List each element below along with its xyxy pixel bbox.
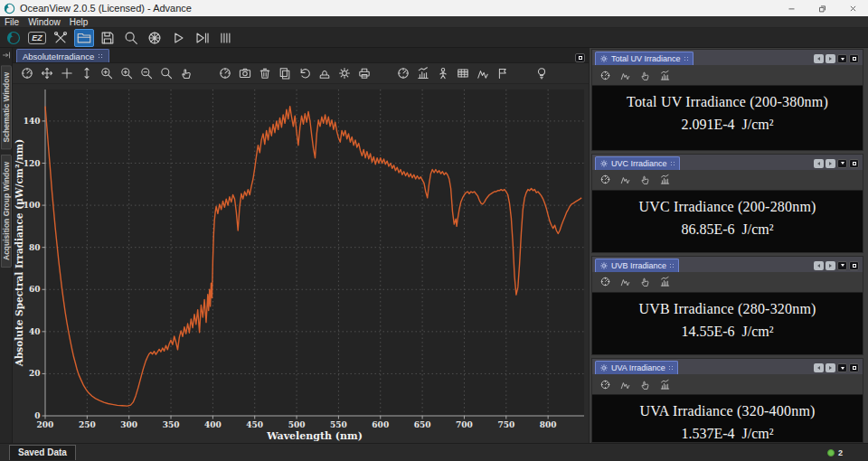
result-value: 1.537E-4J/cm²: [681, 426, 773, 442]
panel-result: Total UV Irradiance (200-380nm) 2.091E-4…: [592, 86, 863, 150]
menu-window[interactable]: Window: [24, 17, 65, 27]
dock-right-button[interactable]: [826, 159, 835, 168]
play-button[interactable]: [168, 29, 188, 47]
restore-button[interactable]: [807, 0, 837, 16]
chart-toolbar: [13, 63, 589, 84]
peaks-icon[interactable]: [476, 66, 490, 80]
crosshair-plus-icon[interactable]: [60, 66, 74, 80]
peaks-icon[interactable]: [619, 174, 631, 185]
dock-left-button[interactable]: [814, 363, 824, 372]
menu-help[interactable]: Help: [65, 17, 93, 27]
ez-label: EZ: [28, 32, 46, 44]
zoom-in-icon[interactable]: [119, 66, 134, 80]
spectrum-chart[interactable]: 2002503003504004505005506006507007508000…: [13, 84, 589, 442]
bar-chart-icon[interactable]: [659, 276, 671, 287]
gauge-icon[interactable]: [599, 70, 611, 81]
tab-total-uv-irradiance[interactable]: Total UV Irradiance: [595, 52, 693, 65]
ez-mode-button[interactable]: EZ: [27, 29, 47, 47]
search-button[interactable]: [121, 29, 141, 47]
maximize-panel-button[interactable]: [849, 159, 859, 168]
pause-button[interactable]: [215, 29, 235, 47]
table-icon[interactable]: [456, 66, 470, 80]
minimize-panel-button[interactable]: [837, 363, 847, 372]
gauge-icon[interactable]: [599, 276, 611, 287]
maximize-panel-button[interactable]: [849, 363, 859, 372]
tab-uva-irradiance[interactable]: UVA Irradiance: [595, 361, 678, 374]
pan-hand-icon[interactable]: [639, 174, 651, 185]
zoom-in-strong-icon[interactable]: [99, 66, 114, 80]
gear-icon: [599, 261, 609, 270]
minimize-panel-button[interactable]: [837, 54, 847, 63]
stamp-icon[interactable]: [317, 66, 332, 80]
dock-left-button[interactable]: [814, 54, 824, 63]
pan-hand-icon[interactable]: [639, 70, 651, 81]
bar-chart-icon[interactable]: [659, 174, 671, 185]
lamp-icon[interactable]: [534, 66, 549, 80]
pan-hand-icon[interactable]: [639, 379, 651, 390]
gauge-icon[interactable]: [20, 66, 34, 80]
minimize-panel-button[interactable]: [837, 159, 847, 168]
saved-data-tab[interactable]: Saved Data: [9, 445, 76, 460]
undo-icon[interactable]: [297, 66, 312, 80]
vertical-resize-icon[interactable]: [80, 66, 94, 80]
person-icon[interactable]: [436, 66, 450, 80]
gauge-icon[interactable]: [599, 174, 611, 185]
trash-icon[interactable]: [258, 66, 272, 80]
panel-toolbar: [592, 65, 863, 86]
bar-chart-icon[interactable]: [416, 66, 430, 80]
menu-file[interactable]: File: [0, 17, 24, 27]
save-button[interactable]: [98, 29, 118, 47]
svg-text:600: 600: [372, 420, 389, 429]
bar-chart-icon[interactable]: [659, 70, 671, 81]
svg-text:Wavelength (nm): Wavelength (nm): [266, 430, 363, 442]
peaks-icon[interactable]: [619, 379, 631, 390]
tab-uvb-irradiance[interactable]: UVB Irradiance: [595, 259, 679, 272]
tab-grip-icon: [670, 161, 675, 166]
pan-hand-icon[interactable]: [179, 66, 193, 80]
dock-right-button[interactable]: [826, 261, 835, 270]
open-file-button[interactable]: [74, 29, 94, 47]
gauge-icon[interactable]: [396, 66, 410, 80]
dock-right-button[interactable]: [826, 363, 835, 372]
sidebar-item-acquisition-group-window[interactable]: Acquisition Group Window: [1, 155, 12, 268]
printer-icon[interactable]: [357, 66, 372, 80]
play-step-button[interactable]: [192, 29, 212, 47]
svg-text:300: 300: [120, 420, 137, 429]
tools-button[interactable]: [51, 29, 71, 47]
pin-icon[interactable]: [2, 51, 11, 60]
peaks-icon[interactable]: [619, 276, 631, 287]
sidebar-item-schematic-window[interactable]: Schematic Window: [1, 65, 12, 149]
maximize-panel-button[interactable]: [849, 261, 859, 270]
acquisition-button[interactable]: [145, 29, 165, 47]
play-icon: [170, 30, 186, 46]
copy-icon[interactable]: [278, 66, 292, 80]
dock-right-button[interactable]: [826, 54, 835, 63]
gauge-icon[interactable]: [599, 379, 611, 390]
panel-restore-button[interactable]: [575, 53, 585, 62]
dock-left-button[interactable]: [814, 159, 824, 168]
minimize-panel-button[interactable]: [837, 261, 847, 270]
maximize-panel-button[interactable]: [849, 54, 859, 63]
dock-left-button[interactable]: [814, 261, 824, 270]
camera-icon[interactable]: [238, 66, 252, 80]
peaks-icon[interactable]: [619, 70, 631, 81]
svg-text:120: 120: [24, 159, 41, 168]
tab-uvc-irradiance[interactable]: UVC Irradiance: [595, 156, 680, 170]
pan-hand-icon[interactable]: [639, 276, 651, 287]
oceanview-home-icon[interactable]: [4, 29, 24, 47]
flag-icon[interactable]: [495, 66, 510, 80]
zoom-icon[interactable]: [159, 66, 174, 80]
left-dock-strip: Schematic Window Acquisition Group Windo…: [0, 48, 13, 443]
status-indicator[interactable]: 2: [827, 448, 843, 457]
gauge-icon[interactable]: [218, 66, 232, 80]
bar-chart-icon[interactable]: [659, 379, 671, 390]
svg-text:60: 60: [29, 285, 41, 294]
svg-text:140: 140: [24, 117, 41, 126]
tab-absolute-irradiance[interactable]: AbsoluteIrradiance: [16, 49, 109, 62]
zoom-out-icon[interactable]: [139, 66, 154, 80]
close-button[interactable]: [837, 0, 868, 16]
move-icon[interactable]: [40, 66, 54, 80]
gear-icon[interactable]: [337, 66, 352, 80]
minimize-button[interactable]: [776, 0, 807, 16]
tab-label: AbsoluteIrradiance: [23, 52, 94, 61]
